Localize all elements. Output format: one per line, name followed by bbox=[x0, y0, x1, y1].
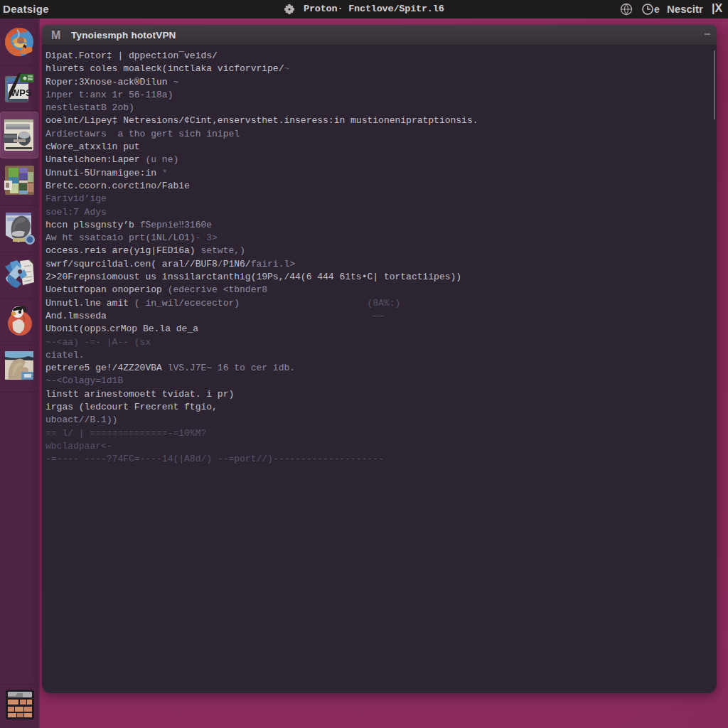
svg-text:e: e bbox=[654, 4, 660, 15]
svg-text:M: M bbox=[51, 29, 60, 41]
